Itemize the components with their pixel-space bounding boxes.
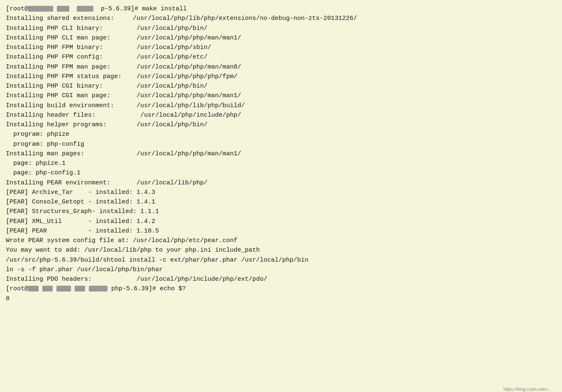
terminal-line: 0 — [6, 294, 556, 304]
redacted-block — [89, 286, 108, 292]
terminal-line: Installing build environment: /usr/local… — [6, 101, 556, 110]
terminal-line: program: php-config — [6, 140, 556, 149]
redacted-block — [42, 286, 53, 292]
terminal-line: [root@ p-5.6.39]# make install — [6, 4, 556, 14]
terminal-line: Wrote PEAR system config file at: /usr/l… — [6, 236, 556, 245]
terminal-line: [PEAR] Archive_Tar - installed: 1.4.3 — [6, 188, 556, 197]
redacted-sep — [53, 285, 56, 292]
terminal-line: Installing shared extensions: /usr/local… — [6, 14, 556, 23]
prompt-suffix: p-5.6.39]# make install — [93, 5, 187, 12]
prompt-start: [root@ — [6, 5, 28, 12]
terminal-line: Installing PHP CLI man page: /usr/local/… — [6, 33, 556, 43]
terminal-line: /usr/src/php-5.6.39/build/shtool install… — [6, 255, 556, 265]
terminal-line: [root@ php-5.6.39]# echo $? — [6, 284, 556, 294]
redacted-block — [28, 6, 53, 12]
terminal-line: page: php-config.1 — [6, 168, 556, 178]
terminal-line: program: phpize — [6, 130, 556, 139]
terminal-line: [PEAR] Console_Getopt - installed: 1.4.1 — [6, 197, 556, 207]
redacted-sep — [39, 285, 42, 292]
terminal-line: ln -s -f phar.phar /usr/local/php/bin/ph… — [6, 265, 556, 274]
terminal-line: Installing helper programs: /usr/local/p… — [6, 120, 556, 130]
terminal-line: [PEAR] PEAR - installed: 1.10.5 — [6, 226, 556, 236]
terminal-line: Installing PDO headers: /usr/local/php/i… — [6, 274, 556, 284]
redacted-block — [75, 286, 85, 292]
terminal-line: Installing PEAR environment: /usr/local/… — [6, 178, 556, 188]
terminal-line: Installing PHP CGI man page: /usr/local/… — [6, 91, 556, 100]
terminal-line: Installing PHP CGI binary: /usr/local/ph… — [6, 81, 556, 91]
terminal-line: [PEAR] Structures_Graph- installed: 1.1.… — [6, 207, 556, 216]
redacted-block — [57, 6, 69, 12]
terminal-line: page: phpize.1 — [6, 159, 556, 168]
terminal-window: [root@ p-5.6.39]# make install Installin… — [6, 4, 556, 392]
redacted-block — [28, 286, 39, 292]
terminal-line: Installing PHP FPM binary: /usr/local/ph… — [6, 43, 556, 52]
terminal-line: Installing header files: /usr/local/php/… — [6, 110, 556, 120]
terminal-line: Installing man pages: /usr/local/php/php… — [6, 149, 556, 159]
terminal-line: Installing PHP FPM config: /usr/local/ph… — [6, 52, 556, 62]
terminal-line: You may want to add: /usr/local/lib/php … — [6, 245, 556, 255]
terminal-line: Installing PHP FPM status page: /usr/loc… — [6, 72, 556, 81]
redacted-sep — [53, 5, 57, 12]
prompt-start: [root@ — [6, 285, 28, 292]
redacted-sep — [85, 285, 89, 292]
redacted-sep — [71, 285, 75, 292]
redacted-block — [77, 6, 93, 12]
terminal-line: Installing PHP CLI binary: /usr/local/ph… — [6, 24, 556, 33]
watermark: https://blog.csdn.net/v... — [503, 386, 551, 392]
terminal-line: Installing PHP FPM man page: /usr/local/… — [6, 62, 556, 72]
redacted-block — [56, 286, 71, 292]
terminal-line: [PEAR] XML_Util - installed: 1.4.2 — [6, 217, 556, 226]
redacted-sep — [69, 5, 77, 12]
prompt-suffix: php-5.6.39]# echo $? — [108, 285, 186, 292]
